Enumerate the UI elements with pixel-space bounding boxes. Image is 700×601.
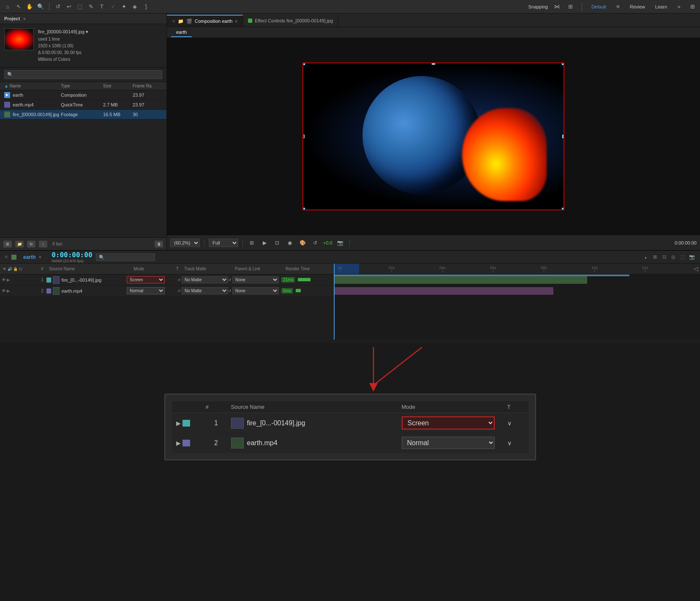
rect-icon[interactable]: ⬚ [76, 3, 84, 11]
search-box[interactable]: 🔍 [4, 70, 162, 79]
layer-1-matte-icon: ↺ [177, 278, 181, 282]
toggle-icon[interactable]: ⊡ [272, 238, 282, 247]
handle-topright[interactable] [562, 63, 564, 65]
star-icon[interactable]: ✦ [120, 3, 128, 11]
project-item-earth[interactable]: ▶ earth Composition 23.97 [0, 90, 166, 100]
quality-select[interactable]: Full [209, 239, 238, 247]
zoom-row-2-mode-select[interactable]: Normal [402, 437, 495, 449]
timeline-menu-icon[interactable]: ≡ [39, 255, 41, 259]
zoom-row-2-arrow[interactable]: ▶ [176, 440, 181, 446]
ruler-0s: 0s [338, 266, 342, 272]
tl-icon-1[interactable]: ⬧ [642, 253, 649, 261]
comp-subtab-earth[interactable]: earth [171, 28, 192, 37]
comp-tab-menu-icon[interactable]: ≡ [235, 19, 237, 24]
handle-topleft[interactable] [302, 63, 305, 65]
zoom-row-1-arrow[interactable]: ▶ [176, 420, 181, 427]
comp-tabs-bar: ✕ 📁 🎬 Composition earth ≡ Effect Control… [167, 14, 700, 27]
timeline-nav-icon[interactable]: ◁ [694, 265, 698, 272]
review-btn[interactable]: Review [627, 3, 648, 10]
matte-icon[interactable]: ◉ [285, 238, 294, 247]
workspace-menu-icon[interactable]: ≡ [614, 3, 622, 11]
delete-icon[interactable]: 🗑 [155, 241, 163, 247]
timeline-close-icon[interactable]: ✕ [4, 254, 8, 260]
tl-icon-3[interactable]: ⊡ [660, 253, 668, 261]
tl-icon-5[interactable]: ⬚ [679, 253, 686, 261]
ruler-10s: 10s [591, 266, 598, 272]
snapping-icon[interactable]: ⋈ [553, 3, 561, 11]
handle-midtop[interactable] [432, 63, 435, 65]
snap-target-icon[interactable]: ⊞ [567, 3, 575, 11]
timeline-layer-2[interactable]: 👁 ▶ 2 earth.mp4 Normal ↺ [0, 286, 333, 296]
layer-1-eye-icon[interactable]: 👁 [2, 277, 6, 282]
project-menu-icon[interactable]: ≡ [23, 16, 26, 21]
layer-2-matte-select[interactable]: No Matte [182, 287, 228, 294]
ruler-highlight [334, 264, 359, 274]
handle-midright[interactable] [562, 135, 564, 138]
col-name-header[interactable]: ▲ Name [4, 84, 61, 88]
layer-1-mode-select[interactable]: Screen [127, 276, 165, 283]
layer-1-expand-icon[interactable]: ▶ [7, 277, 14, 282]
handle-midleft[interactable] [302, 135, 305, 138]
new-item-icon[interactable]: ⊞ [3, 241, 12, 247]
interpret-icon[interactable]: ↕ [39, 241, 47, 247]
col-num-header: # [38, 267, 46, 271]
layer-2-expand-icon[interactable]: ▶ [7, 288, 14, 293]
project-item-fire[interactable]: fire_[00000-00149].jpg Footage 16.5 MB 3… [0, 110, 166, 120]
extend-icon[interactable]: » [675, 3, 683, 11]
timeline-timecode[interactable]: 0:00:00:00 [52, 251, 92, 259]
layer-1-matte-select[interactable]: No Matte [182, 276, 228, 283]
workspace-default-btn[interactable]: Default [589, 3, 609, 10]
zoom-tool-icon[interactable]: 🔍 [36, 3, 45, 11]
color-icon[interactable]: 🎨 [298, 238, 307, 247]
timeline-search-input[interactable] [96, 253, 155, 261]
camera-icon[interactable]: 📷 [336, 238, 345, 247]
home-icon[interactable]: ⌂ [3, 3, 12, 11]
handle-bottomleft[interactable] [302, 208, 305, 210]
comp-tab-earth[interactable]: ✕ 📁 🎬 Composition earth ≡ [167, 15, 243, 27]
new-folder-icon[interactable]: 📁 [15, 241, 24, 247]
handle-bottomright[interactable] [562, 208, 564, 210]
thumbnail-colors: Millions of Colors [38, 56, 88, 63]
ruler-8s: 08s [541, 266, 547, 272]
line-icon[interactable]: ⟋ [109, 3, 117, 11]
select-icon[interactable]: ↖ [14, 3, 23, 11]
layer-2-eye-icon[interactable]: 👁 [2, 288, 6, 293]
item-name-earth: ▶ earth [4, 92, 61, 98]
zoom-select[interactable]: (60.2%) [170, 239, 200, 247]
undo-icon[interactable]: ↺ [54, 3, 62, 11]
tl-icon-2[interactable]: ⊞ [651, 253, 659, 261]
redo-icon[interactable]: ↩ [65, 3, 73, 11]
learn-btn[interactable]: Learn [653, 3, 670, 10]
zoom-annotation-table: # Source Name Mode T ▶ 1 fire_[0...-0014… [164, 394, 536, 460]
timeline-layer-1[interactable]: 👁 ▶ 1 fire_[0...-00149].jpg Screen ↺ [0, 275, 333, 286]
puppet-icon[interactable]: ⟆ [142, 3, 150, 11]
layout-icon[interactable]: ⊞ [688, 3, 697, 11]
effect-controls-tab[interactable]: Effect Controls fire_[00000-00149].jpg [243, 15, 338, 27]
col-size-header[interactable]: Size [103, 84, 133, 88]
layer-2-mode-select[interactable]: Normal [127, 287, 165, 294]
thumbnail-fire-visual [5, 29, 33, 50]
col-framerate-header[interactable]: Frame Ra. [133, 84, 162, 88]
refresh-icon[interactable]: ↺ [311, 238, 320, 247]
ruler-2s: 02s [389, 266, 395, 272]
playhead[interactable] [334, 264, 335, 340]
preview-icon[interactable]: ▶ [260, 238, 269, 247]
zoom-row-2-chevron: ∨ [507, 440, 524, 446]
tl-icon-4[interactable]: ◎ [670, 253, 677, 261]
project-item-earth-mp4[interactable]: earth.mp4 QuickTime 2.7 MB 23.97 [0, 100, 166, 110]
layer-1-parent-select[interactable]: None [232, 276, 279, 283]
hand-icon[interactable]: ✋ [25, 3, 34, 11]
grid-icon[interactable]: ⊞ [247, 238, 256, 247]
effects-icon[interactable]: fx [27, 241, 35, 247]
item-name-fire: fire_[00000-00149].jpg [4, 111, 61, 117]
layer-2-parent-select[interactable]: None [232, 287, 279, 294]
pen-icon[interactable]: ✎ [87, 3, 95, 11]
tl-icon-6[interactable]: 📷 [688, 253, 696, 261]
layer-2-parent-area: ↺ None [228, 287, 279, 294]
col-type-header[interactable]: Type [61, 84, 103, 88]
roto-icon[interactable]: ◈ [131, 3, 139, 11]
text-icon[interactable]: T [98, 3, 106, 11]
comp-tab-label: Composition earth [195, 19, 232, 24]
zoom-row-1-mode-select[interactable]: Screen [402, 416, 495, 430]
comp-tab-close-icon[interactable]: ✕ [172, 19, 175, 24]
